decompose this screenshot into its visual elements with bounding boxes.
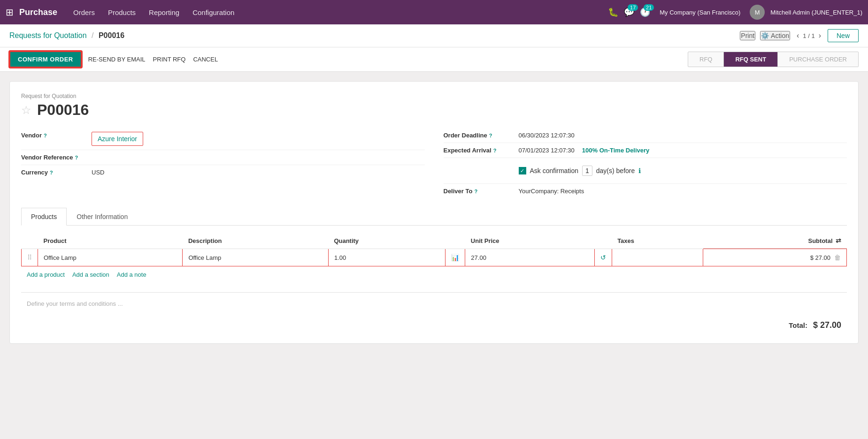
print-rfq-button[interactable]: PRINT RFQ [152, 53, 187, 66]
top-navigation: ⊞ Purchase Orders Products Reporting Con… [0, 0, 868, 24]
print-button[interactable]: Print [740, 31, 755, 40]
col-product: Product [38, 233, 183, 249]
on-time-delivery-link[interactable]: 100% On-Time Delivery [582, 147, 650, 154]
cancel-button[interactable]: CANCEL [192, 53, 219, 66]
add-section-link[interactable]: Add a section [72, 271, 109, 278]
add-links: Add a product Add a section Add a note [21, 266, 847, 283]
expected-arrival-value: 07/01/2023 12:07:30 [519, 147, 575, 154]
app-name[interactable]: Purchase [19, 8, 57, 17]
form-fields-grid: Vendor ? Azure Interior Vendor Reference… [21, 128, 847, 198]
breadcrumb-parent[interactable]: Requests for Quotation [9, 31, 87, 39]
terms-area: Define your terms and conditions ... [21, 292, 847, 315]
vendor-field-group: Vendor ? Azure Interior [21, 128, 425, 150]
nav-products[interactable]: Products [103, 7, 140, 18]
subtotal-cell: $ 27.00 🗑 [703, 249, 847, 266]
unit-price-cell[interactable]: 27.00 [465, 249, 594, 266]
bug-icon[interactable]: 🐛 [608, 7, 618, 17]
record-count: 1 / 1 [803, 32, 814, 39]
price-reset-cell[interactable]: ↺ [594, 249, 612, 266]
col-quantity: Quantity [328, 233, 445, 249]
ask-confirmation-checkbox[interactable]: ✓ [519, 167, 526, 174]
form-card: Request for Quotation ☆ P00016 Vendor ? … [9, 81, 859, 344]
company-name: My Company (San Francisco) [660, 9, 740, 16]
favorite-icon[interactable]: ☆ [21, 104, 31, 117]
grid-icon[interactable]: ⊞ [6, 7, 14, 18]
subtotal-settings-icon[interactable]: ⇄ [836, 237, 841, 244]
status-rfq-sent[interactable]: RFQ SENT [724, 52, 778, 67]
tab-products[interactable]: Products [21, 208, 67, 226]
qty-chart-icon-cell[interactable]: 📊 [446, 249, 465, 266]
vendor-value: Azure Interior [98, 135, 137, 143]
form-title-area: ☆ P00016 [21, 101, 847, 119]
add-product-link[interactable]: Add a product [27, 271, 65, 278]
order-deadline-value[interactable]: 06/30/2023 12:07:30 [519, 132, 575, 139]
nav-reporting[interactable]: Reporting [144, 7, 184, 18]
ask-confirmation-days[interactable]: 1 [582, 166, 592, 176]
vendor-value-box[interactable]: Azure Interior [92, 132, 143, 146]
expected-arrival-row: Expected Arrival ? 07/01/2023 12:07:30 1… [444, 143, 847, 158]
chart-icon[interactable]: 📊 [451, 254, 459, 261]
drag-handle-icon[interactable]: ⠿ [27, 254, 32, 261]
resend-email-button[interactable]: RE-SEND BY EMAIL [87, 53, 146, 66]
ask-confirmation-info-icon[interactable]: ℹ [638, 167, 641, 174]
chat-badge: 17 [628, 4, 638, 11]
status-rfq[interactable]: RFQ [688, 52, 724, 67]
currency-help-icon[interactable]: ? [50, 170, 53, 175]
delete-row-icon[interactable]: 🗑 [834, 254, 841, 261]
gear-icon: ⚙️ [761, 32, 769, 39]
order-deadline-help-icon[interactable]: ? [489, 133, 492, 138]
vendor-ref-field-group: Vendor Reference ? [21, 150, 425, 165]
table-header-row: Product Description Quantity Unit Price … [22, 233, 847, 249]
next-record-button[interactable]: › [817, 30, 823, 41]
vendor-ref-help-icon[interactable]: ? [75, 155, 78, 160]
terms-placeholder[interactable]: Define your terms and conditions ... [27, 300, 123, 307]
col-unit-price: Unit Price [465, 233, 594, 249]
taxes-cell[interactable] [612, 249, 703, 266]
total-bar: Total: $ 27.00 [21, 315, 847, 332]
record-navigation: ‹ 1 / 1 › [795, 30, 823, 41]
table-row: ⠿ Office Lamp Office Lamp 1.00 📊 [22, 249, 847, 266]
chat-icon[interactable]: 💬 17 [624, 7, 634, 17]
total-label: Total: [789, 321, 807, 329]
description-cell[interactable]: Office Lamp [183, 249, 329, 266]
col-price-icon [594, 233, 612, 249]
right-column: Order Deadline ? 06/30/2023 12:07:30 Exp… [444, 128, 847, 198]
action-button[interactable]: ⚙️ Action [760, 31, 790, 40]
activity-icon[interactable]: 🕐 21 [640, 7, 650, 17]
tab-other-information[interactable]: Other Information [67, 208, 138, 226]
deliver-to-value[interactable]: YourCompany: Receipts [519, 188, 584, 195]
nav-configuration[interactable]: Configuration [188, 7, 239, 18]
nav-orders[interactable]: Orders [69, 7, 100, 18]
currency-label: Currency ? [21, 169, 92, 176]
breadcrumb-separator: / [92, 31, 93, 39]
new-button[interactable]: New [828, 29, 859, 42]
reset-icon[interactable]: ↺ [600, 254, 606, 261]
col-taxes: Taxes [612, 233, 703, 249]
action-bar: CONFIRM ORDER RE-SEND BY EMAIL PRINT RFQ… [0, 47, 868, 72]
expected-arrival-help-icon[interactable]: ? [493, 148, 497, 153]
activity-badge: 21 [644, 4, 654, 11]
vendor-ref-label: Vendor Reference ? [21, 154, 92, 161]
confirm-order-button[interactable]: CONFIRM ORDER [9, 51, 82, 68]
prev-record-button[interactable]: ‹ [795, 30, 801, 41]
main-content: Request for Quotation ☆ P00016 Vendor ? … [0, 72, 868, 353]
form-id: P00016 [37, 101, 89, 119]
header-actions: Print ⚙️ Action ‹ 1 / 1 › New [740, 29, 859, 42]
vendor-help-icon[interactable]: ? [44, 133, 47, 138]
tab-bar: Products Other Information [21, 208, 847, 226]
col-subtotal: Subtotal ⇄ [703, 233, 847, 249]
drag-handle-cell: ⠿ [22, 249, 38, 266]
currency-value[interactable]: USD [92, 169, 425, 176]
deliver-to-help-icon[interactable]: ? [474, 189, 477, 194]
quantity-cell[interactable]: 1.00 [328, 249, 445, 266]
breadcrumb-bar: Requests for Quotation / P00016 Print ⚙️… [0, 24, 868, 47]
ask-confirmation-label: Ask confirmation [530, 167, 578, 174]
status-purchase-order[interactable]: PURCHASE ORDER [778, 52, 859, 67]
vendor-label: Vendor ? [21, 132, 92, 139]
products-table: Product Description Quantity Unit Price … [21, 233, 847, 266]
col-qty-icon [446, 233, 465, 249]
user-avatar[interactable]: M [750, 5, 765, 20]
product-cell[interactable]: Office Lamp [38, 249, 183, 266]
user-name: Mitchell Admin (JUNE_ENTER_1) [770, 9, 862, 16]
add-note-link[interactable]: Add a note [117, 271, 146, 278]
